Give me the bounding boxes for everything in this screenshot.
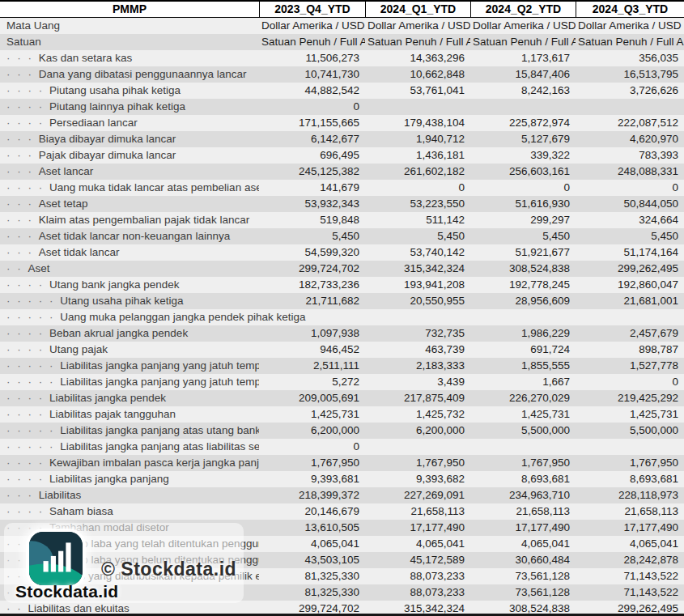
value-cell[interactable]: 4,065,041 <box>365 536 470 552</box>
value-cell[interactable]: 1,436,181 <box>365 147 470 164</box>
value-cell[interactable]: 228,118,973 <box>576 487 684 503</box>
row-label-cell[interactable]: · · · · · Liabilitas jangka panjang yang… <box>0 358 259 374</box>
row-label-cell[interactable]: · · · · Kewajiban imbalan pasca kerja ja… <box>0 455 259 471</box>
row-label-cell[interactable]: · · · · Piutang lainnya pihak ketiga <box>0 99 259 115</box>
row-label-cell[interactable]: · · · · Beban akrual jangka pendek <box>0 325 259 342</box>
value-cell[interactable]: 20,550,955 <box>365 293 470 309</box>
value-cell[interactable]: 226,270,029 <box>470 390 576 406</box>
value-cell[interactable]: 1,667 <box>470 374 576 390</box>
row-label-cell[interactable]: · · · · · Uang muka pelanggan jangka pen… <box>0 309 259 325</box>
value-cell[interactable]: 245,125,382 <box>259 164 365 180</box>
value-cell[interactable]: 43,503,105 <box>259 552 365 568</box>
value-cell[interactable]: 324,664 <box>576 212 684 228</box>
value-cell[interactable]: 1,173,617 <box>470 50 576 66</box>
row-label-cell[interactable]: · · · · Saham biasa <box>0 503 259 520</box>
row-label-cell[interactable]: · · · Dana yang dibatasi penggunaannya l… <box>0 66 259 83</box>
value-cell[interactable]: 218,399,372 <box>259 487 365 503</box>
value-cell[interactable]: 227,269,091 <box>365 487 470 503</box>
value-cell[interactable]: 315,342,324 <box>365 261 470 277</box>
value-cell[interactable]: Satuan Penuh / Full A <box>365 34 470 50</box>
header-period-cell[interactable]: 2024_Q3_YTD <box>576 2 684 17</box>
value-cell[interactable]: 898,787 <box>576 342 684 358</box>
header-period-cell[interactable]: 2024_Q2_YTD <box>470 2 576 17</box>
value-cell[interactable]: 1,767,950 <box>470 455 576 471</box>
value-cell[interactable]: 51,921,677 <box>470 244 576 261</box>
value-cell[interactable]: 6,142,677 <box>259 131 365 147</box>
value-cell[interactable]: 5,272 <box>259 374 365 390</box>
value-cell[interactable]: 5,500,000 <box>576 423 684 439</box>
value-cell[interactable]: 783,393 <box>576 147 684 164</box>
value-cell[interactable]: 17,177,490 <box>365 520 470 536</box>
row-label-cell[interactable]: · · · · · Liabilitas jangka panjang atas… <box>0 423 259 439</box>
value-cell[interactable]: 88,073,233 <box>365 584 470 601</box>
row-label-cell[interactable]: · · · · Liabilitas jangka panjang <box>0 471 259 487</box>
value-cell[interactable]: 691,724 <box>470 342 576 358</box>
value-cell[interactable]: 511,142 <box>365 212 470 228</box>
value-cell[interactable]: 21,681,001 <box>576 293 684 309</box>
value-cell[interactable]: 1,767,950 <box>259 455 365 471</box>
value-cell[interactable]: Dollar Amerika / USD <box>576 18 684 34</box>
value-cell[interactable]: 209,005,691 <box>259 390 365 406</box>
value-cell[interactable]: 53,740,142 <box>365 244 470 261</box>
value-cell[interactable]: 1,425,732 <box>365 406 470 423</box>
value-cell[interactable]: 1,527,778 <box>576 358 684 374</box>
value-cell[interactable] <box>576 309 684 325</box>
value-cell[interactable] <box>365 439 470 455</box>
value-cell[interactable] <box>470 309 576 325</box>
value-cell[interactable]: 17,177,490 <box>470 520 576 536</box>
value-cell[interactable]: 519,848 <box>259 212 365 228</box>
value-cell[interactable]: 0 <box>576 374 684 390</box>
row-label-cell[interactable]: · · · Klaim atas pengembalian pajak tida… <box>0 212 259 228</box>
value-cell[interactable]: 179,438,104 <box>365 115 470 131</box>
value-cell[interactable]: 28,956,609 <box>470 293 576 309</box>
value-cell[interactable] <box>365 99 470 115</box>
value-cell[interactable]: 1,767,950 <box>576 455 684 471</box>
value-cell[interactable]: Dollar Amerika / USD <box>365 18 470 34</box>
value-cell[interactable]: 299,262,495 <box>576 261 684 277</box>
value-cell[interactable]: 88,073,233 <box>365 568 470 584</box>
value-cell[interactable]: 256,603,161 <box>470 164 576 180</box>
value-cell[interactable]: Satuan Penuh / Full A <box>470 34 576 50</box>
row-label-cell[interactable]: · · · · Liabilitas jangka pendek <box>0 390 259 406</box>
row-label-cell[interactable]: · · · · · Utang usaha pihak ketiga <box>0 293 259 309</box>
row-label-cell[interactable]: · · · Aset tetap <box>0 196 259 212</box>
header-period-cell[interactable]: 2024_Q1_YTD <box>365 2 470 17</box>
value-cell[interactable]: 5,450 <box>470 228 576 244</box>
value-cell[interactable]: 217,875,409 <box>365 390 470 406</box>
row-label-cell[interactable]: · · · Aset tidak lancar <box>0 244 259 261</box>
value-cell[interactable]: 3,439 <box>365 374 470 390</box>
row-label-cell[interactable]: · · · · Liabilitas pajak tangguhan <box>0 406 259 423</box>
value-cell[interactable]: 308,524,838 <box>470 261 576 277</box>
value-cell[interactable]: 20,146,679 <box>259 503 365 520</box>
value-cell[interactable]: 4,065,041 <box>576 536 684 552</box>
value-cell[interactable]: 5,500,000 <box>470 423 576 439</box>
value-cell[interactable]: 219,425,292 <box>576 390 684 406</box>
value-cell[interactable]: 21,658,113 <box>470 503 576 520</box>
value-cell[interactable]: 192,778,245 <box>470 277 576 293</box>
value-cell[interactable]: 182,733,236 <box>259 277 365 293</box>
value-cell[interactable]: 4,620,970 <box>576 131 684 147</box>
value-cell[interactable]: 225,872,974 <box>470 115 576 131</box>
value-cell[interactable]: 51,174,164 <box>576 244 684 261</box>
value-cell[interactable]: 5,450 <box>259 228 365 244</box>
value-cell[interactable]: 6,200,000 <box>259 423 365 439</box>
value-cell[interactable]: 1,940,712 <box>365 131 470 147</box>
value-cell[interactable]: 4,065,041 <box>470 536 576 552</box>
value-cell[interactable]: 9,393,682 <box>365 471 470 487</box>
value-cell[interactable]: 53,932,343 <box>259 196 365 212</box>
row-label-cell[interactable]: Satuan <box>0 34 259 50</box>
row-label-cell[interactable]: · · · · Piutang usaha pihak ketiga <box>0 83 259 99</box>
row-label-cell[interactable]: · · · · · Liabilitas jangka panjang atas… <box>0 439 259 455</box>
value-cell[interactable]: 4,065,041 <box>259 536 365 552</box>
value-cell[interactable]: 248,088,331 <box>576 164 684 180</box>
value-cell[interactable]: 193,941,208 <box>365 277 470 293</box>
value-cell[interactable]: 0 <box>470 180 576 196</box>
value-cell[interactable]: 222,087,512 <box>576 115 684 131</box>
value-cell[interactable]: 339,322 <box>470 147 576 164</box>
value-cell[interactable]: 71,143,522 <box>576 568 684 584</box>
value-cell[interactable]: 299,297 <box>470 212 576 228</box>
value-cell[interactable]: 6,200,000 <box>365 423 470 439</box>
row-label-cell[interactable]: · · · · Uang muka tidak lancar atas pemb… <box>0 180 259 196</box>
row-label-cell[interactable]: · · · · · Liabilitas jangka panjang yang… <box>0 374 259 390</box>
value-cell[interactable]: 1,097,938 <box>259 325 365 342</box>
